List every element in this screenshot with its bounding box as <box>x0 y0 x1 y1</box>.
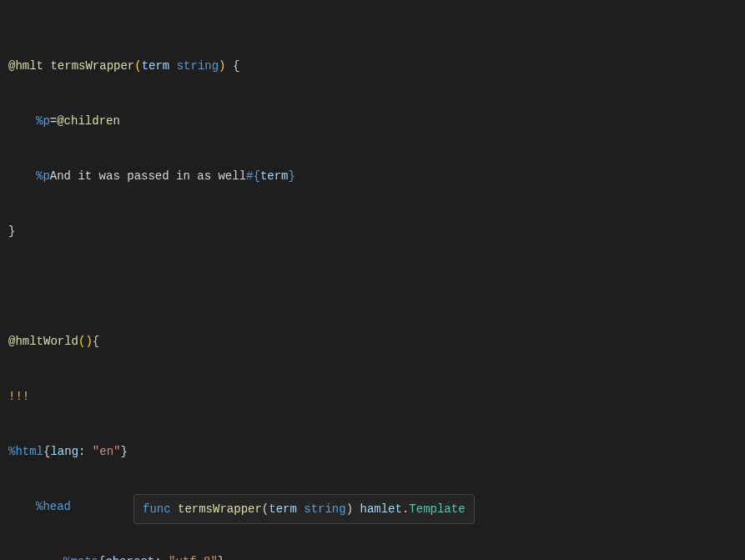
decorator-keyword: @hmlt <box>8 59 43 73</box>
attr-value: "utf-8" <box>169 552 218 560</box>
code-line: } <box>8 222 745 240</box>
p-tag: %p <box>36 112 50 130</box>
interp-close: } <box>288 167 294 185</box>
tooltip-namespace: hamlet <box>360 502 402 516</box>
blank-line <box>8 277 745 295</box>
meta-tag: %meta <box>63 552 98 560</box>
code-line: @hmlt termsWrapper(term string) { <box>8 57 745 75</box>
code-line: %html{lang: "en"} <box>8 442 745 461</box>
tooltip-type: string <box>304 502 345 516</box>
tooltip-param: term <box>269 502 297 516</box>
interp-open: #{ <box>246 167 260 185</box>
code-line: %meta{charset: "utf-8"} <box>8 552 745 560</box>
code-line: %p And it was passed in as well #{term} <box>8 167 745 185</box>
decorator-keyword: @hmlt <box>8 332 43 351</box>
interp-var: term <box>260 167 289 185</box>
head-tag: %head <box>36 497 71 516</box>
code-line: %p=@children <box>8 112 745 130</box>
doctype-bang: !!! <box>8 387 29 406</box>
param-name: term <box>142 59 170 73</box>
code-line: !!! <box>8 387 745 406</box>
tooltip-function-name: termsWrapper <box>178 502 262 516</box>
attr-name: lang <box>50 442 78 461</box>
type-keyword: string <box>177 59 219 73</box>
html-tag: %html <box>8 442 43 461</box>
tooltip-func-keyword: func <box>143 502 171 516</box>
text-content: And it was passed in as well <box>50 167 246 185</box>
code-editor[interactable]: @hmlt termsWrapper(term string) { %p=@ch… <box>0 0 745 560</box>
attr-value: "en" <box>93 442 121 461</box>
p-tag: %p <box>36 167 50 185</box>
function-name: World <box>43 332 78 351</box>
function-name: termsWrapper <box>50 59 134 73</box>
code-line: @hmlt World() { <box>8 332 745 351</box>
attr-name: charset <box>105 552 154 560</box>
tooltip-return-type: Template <box>409 502 465 516</box>
hover-signature-tooltip: func termsWrapper(term string) hamlet.Te… <box>133 494 475 524</box>
editor-lines: @hmlt termsWrapper(term string) { %p=@ch… <box>8 20 745 560</box>
